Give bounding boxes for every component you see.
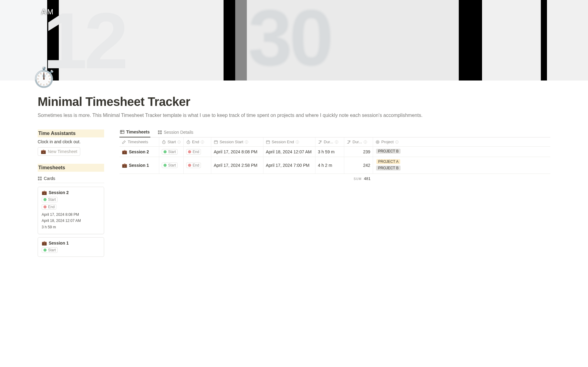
col-project[interactable]: Project [373,137,404,146]
col-start[interactable]: Start [159,137,184,146]
cell-session-start[interactable]: April 17, 2024 2:58 PM [211,157,263,174]
cell-duration-num[interactable]: 242 [344,157,373,174]
svg-point-43 [397,141,398,142]
briefcase-icon: 💼 [42,190,47,195]
project-tag[interactable]: PROJECT B [376,166,400,170]
svg-point-13 [179,141,179,141]
table-sum-row: SUM 481 [119,174,550,182]
info-icon [177,140,181,144]
table-row[interactable]: 💼Session 2StartEndApril 17, 2024 8:08 PM… [119,147,550,157]
col-duration-text[interactable]: Dur... [315,137,344,146]
cover-min: 30 [248,0,330,76]
col-end[interactable]: End [184,137,211,146]
cell-name[interactable]: 💼Session 2 [119,147,159,157]
red-dot-icon [188,150,191,153]
col-duration-text-label: Dur... [324,140,333,144]
svg-rect-19 [214,140,218,144]
svg-rect-18 [202,142,203,143]
heading-time-assistants[interactable]: Time Assistants [38,129,104,137]
col-duration-num-label: Dur... [352,140,362,144]
briefcase-icon: 💼 [42,241,47,245]
start-pill[interactable]: Start [42,247,58,253]
svg-point-24 [247,141,247,142]
clock-in-out-text[interactable]: Clock in and clock out. [38,139,104,144]
cell-name[interactable]: 💼Session 1 [119,157,159,174]
end-button[interactable]: End [186,163,201,168]
svg-rect-4 [120,130,124,134]
svg-point-31 [297,141,298,142]
start-pill[interactable]: Start [42,197,58,202]
timesheet-table: Timesheets Start End Session Star [119,137,550,182]
svg-rect-32 [297,142,297,143]
briefcase-icon: 💼 [41,149,46,154]
formula-icon [347,140,351,144]
col-session-start[interactable]: Session Start [211,137,263,146]
svg-rect-26 [266,140,270,144]
session-card[interactable]: 💼Session 2StartEndApril 17, 2024 8:08 PM… [38,187,104,234]
svg-rect-44 [397,142,397,143]
calendar-icon [214,140,218,144]
green-dot-icon [164,150,167,153]
cell-project[interactable]: PROJECT B [373,147,404,157]
session-card[interactable]: 💼Session 1Start [38,237,104,257]
project-tag[interactable]: PROJECT A [376,159,400,164]
red-dot-icon [188,164,191,167]
col-timesheets[interactable]: Timesheets [119,137,159,146]
info-icon [364,140,367,144]
start-button[interactable]: Start [162,163,178,168]
cell-session-end[interactable]: April 17, 2024 7:00 PM [263,157,315,174]
cards-view-toggle[interactable]: Cards [38,174,104,183]
tab-session-details[interactable]: Session Details [157,129,194,137]
col-session-end-label: Session End [272,140,294,144]
cell-duration-num[interactable]: 239 [344,147,373,157]
cell-start: Start [159,157,184,174]
main-column: Timesheets Session Details Timesheets St… [119,129,550,182]
cell-start: Start [159,147,184,157]
start-button[interactable]: Start [162,149,178,155]
tab-timesheets-label: Timesheets [126,129,150,134]
page-description[interactable]: Sometimes less is more. This Minimal Tim… [38,112,466,119]
sum-value: 481 [364,176,371,181]
table-row[interactable]: 💼Session 1StartEndApril 17, 2024 2:58 PM… [119,157,550,174]
new-timesheet-button[interactable]: 💼 New Timesheet [38,147,80,156]
green-dot-icon [43,249,47,252]
heading-timesheets[interactable]: Timesheets [38,164,104,172]
col-session-end[interactable]: Session End [263,137,315,146]
card-title: Session 1 [49,241,69,245]
svg-rect-8 [160,130,162,132]
svg-rect-7 [158,130,160,132]
cell-session-start[interactable]: April 17, 2024 8:08 PM [211,147,263,157]
tab-timesheets[interactable]: Timesheets [119,129,150,137]
end-button[interactable]: End [186,149,201,155]
svg-point-37 [365,141,366,142]
svg-rect-9 [158,132,160,134]
project-tag[interactable]: PROJECT B [376,149,400,154]
red-dot-icon [43,205,47,208]
gallery-icon [38,176,42,181]
cell-duration-text[interactable]: 4 h 2 m [315,157,344,174]
cell-project[interactable]: PROJECT APROJECT B [373,157,404,174]
cell-duration-text[interactable]: 3 h 59 m [315,147,344,157]
database-tabs: Timesheets Session Details [119,129,550,137]
svg-rect-14 [179,142,179,143]
gallery-icon [158,130,162,134]
cover-ampm: AM [41,8,54,16]
briefcase-icon: 💼 [122,149,127,154]
target-icon [375,140,380,144]
col-start-label: Start [168,140,176,144]
page-title[interactable]: Minimal Timesheet Tracker [38,95,550,109]
col-end-label: End [192,140,199,144]
briefcase-icon: 💼 [122,163,127,168]
tab-session-details-label: Session Details [164,130,194,135]
calendar-icon [266,140,270,144]
info-icon [395,140,399,144]
cell-end: End [184,157,211,174]
cell-session-end[interactable]: April 18, 2024 12:07 AM [263,147,315,157]
formula-icon [318,140,322,144]
info-icon [245,140,248,144]
end-pill[interactable]: End [42,204,56,210]
page-icon[interactable]: ⏱️ [32,68,56,87]
col-duration-num[interactable]: Dur... [344,137,373,146]
card-session-end: April 18, 2024 12:07 AM [42,218,100,224]
svg-point-41 [377,142,378,142]
